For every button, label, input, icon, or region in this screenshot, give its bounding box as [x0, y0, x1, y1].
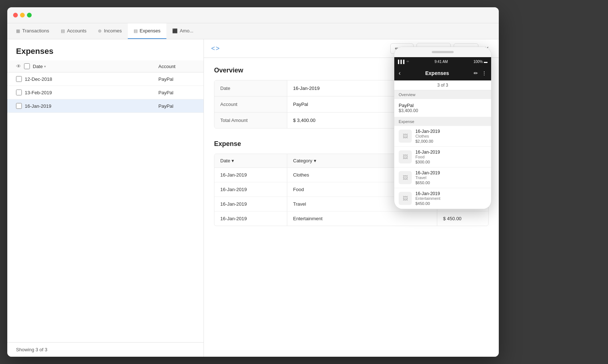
- mobile-counter: 3 of 3: [394, 80, 491, 90]
- expenses-icon: ▤: [134, 28, 138, 33]
- row-date-1: 12-Dec-2018: [25, 76, 155, 82]
- mobile-expense-info-2: 16-Jan-2019 Food $300.00: [415, 150, 487, 164]
- app-window: ▦ Transactions ▤ Accounts ⊛ Incomes ▤ Ex…: [7, 7, 499, 357]
- account-col-label: Account: [158, 64, 175, 69]
- expense-row2-date: 16-Jan-2019: [214, 182, 287, 197]
- col-account-header: Account: [158, 64, 195, 69]
- tag-icon: ⊛: [98, 28, 102, 33]
- overview-amount-label: Total Amount: [214, 112, 287, 128]
- tab-amounts-label: Amo...: [180, 28, 194, 33]
- next-icon[interactable]: >: [216, 45, 220, 52]
- mobile-status-bar: ▌▌▌ ⌔ 9:41 AM 100% ▬: [394, 57, 491, 66]
- visibility-icon[interactable]: 👁: [16, 63, 21, 69]
- mobile-edit-icon[interactable]: ✏: [474, 70, 478, 76]
- tab-expenses-label: Expenses: [140, 28, 161, 33]
- tab-accounts-label: Accounts: [67, 28, 86, 33]
- mobile-expense-cat-3: Travel: [415, 175, 487, 180]
- minimize-button[interactable]: [20, 13, 25, 17]
- prev-icon[interactable]: <: [211, 45, 215, 52]
- tab-transactions-label: Transactions: [22, 28, 49, 33]
- mobile-nav-bar: ‹ Expenses ✏ ⋮: [394, 66, 491, 80]
- mobile-expense-date-2: 16-Jan-2019: [415, 150, 487, 155]
- mobile-expense-price-3: $650.00: [415, 181, 487, 185]
- mobile-expense-date-3: 16-Jan-2019: [415, 170, 487, 175]
- sort-date-icon[interactable]: ▾: [44, 64, 46, 68]
- left-panel-header: Expenses: [7, 39, 204, 60]
- tab-incomes[interactable]: ⊛ Incomes: [92, 23, 127, 39]
- mobile-time: 9:41 AM: [434, 60, 448, 64]
- table-row[interactable]: 16-Jan-2019 PayPal: [7, 99, 204, 113]
- mobile-preview: ▌▌▌ ⌔ 9:41 AM 100% ▬ ‹ Expenses ✏ ⋮ 3 of…: [394, 47, 491, 209]
- date-col-label: Date: [33, 64, 43, 69]
- mobile-expense-thumb-2: 🖼: [399, 150, 412, 163]
- table-row[interactable]: 12-Dec-2018 PayPal: [7, 72, 204, 86]
- mobile-more-icon[interactable]: ⋮: [482, 70, 487, 76]
- mobile-notch: [432, 51, 454, 53]
- wifi-icon: ⌔: [407, 60, 409, 64]
- mobile-expense-cat-2: Food: [415, 155, 487, 159]
- close-button[interactable]: [13, 13, 18, 17]
- mobile-notch-bar: [394, 47, 491, 57]
- tab-expenses[interactable]: ▤ Expenses: [128, 23, 166, 39]
- select-all-checkbox[interactable]: [24, 63, 30, 69]
- expense-row4-date: 16-Jan-2019: [214, 211, 287, 226]
- mobile-signal: ▌▌▌ ⌔: [398, 60, 409, 64]
- expense-data-row[interactable]: 16-Jan-2019 Entertainment $ 450.00: [214, 211, 488, 226]
- row-account-2: PayPal: [158, 90, 195, 95]
- tab-transactions[interactable]: ▦ Transactions: [10, 23, 55, 39]
- mobile-expense-thumb-4: 🖼: [399, 192, 412, 205]
- mobile-back-button[interactable]: ‹: [399, 70, 400, 76]
- row-account-1: PayPal: [158, 76, 195, 82]
- battery-icon: ▬: [484, 60, 487, 64]
- tab-incomes-label: Incomes: [104, 28, 122, 33]
- overview-date-label: Date: [214, 80, 287, 96]
- mobile-expense-date-4: 16-Jan-2019: [415, 191, 487, 196]
- row-account-3: PayPal: [158, 103, 195, 109]
- mobile-expense-price-2: $300.00: [415, 160, 487, 164]
- mobile-expense-thumb-3: 🖼: [399, 171, 412, 184]
- mobile-overview-item: PayPal $3,400.00: [394, 99, 491, 117]
- mobile-expense-label: Expense: [394, 117, 491, 126]
- col-date-header: Date ▾: [33, 64, 155, 69]
- table-header: 👁 Date ▾ Account: [7, 60, 204, 72]
- page-title: Expenses: [16, 47, 195, 56]
- mobile-expense-item[interactable]: 🖼 16-Jan-2019 Clothes $2,000.00: [394, 126, 491, 147]
- title-bar: [7, 7, 499, 23]
- expense-row1-date: 16-Jan-2019: [214, 168, 287, 182]
- nav-arrows[interactable]: < >: [211, 45, 220, 52]
- mobile-account-amount: $3,400.00: [399, 108, 487, 113]
- mobile-expense-item[interactable]: 🖼 16-Jan-2019 Entertainment $450.00: [394, 188, 491, 209]
- grid-icon: ▦: [16, 28, 20, 33]
- mobile-expense-cat-4: Entertainment: [415, 196, 487, 201]
- mobile-expense-info-3: 16-Jan-2019 Travel $650.00: [415, 170, 487, 185]
- expense-col-date-header: Date ▾: [214, 154, 287, 167]
- mobile-nav-title: Expenses: [425, 70, 449, 76]
- overview-account-label: Account: [214, 96, 287, 112]
- row-checkbox-1[interactable]: [16, 76, 22, 82]
- table-icon: ▤: [61, 28, 65, 33]
- battery-label: 100%: [473, 60, 483, 64]
- signal-icon: ▌▌▌: [398, 60, 406, 64]
- mobile-expense-info-4: 16-Jan-2019 Entertainment $450.00: [415, 191, 487, 206]
- table-row[interactable]: 13-Feb-2019 PayPal: [7, 86, 204, 99]
- row-checkbox-3[interactable]: [16, 103, 22, 109]
- mobile-expense-item[interactable]: 🖼 16-Jan-2019 Food $300.00: [394, 147, 491, 167]
- expense-row3-date: 16-Jan-2019: [214, 197, 287, 211]
- left-panel: Expenses 👁 Date ▾ Account 12-Dec-2018 Pa…: [7, 39, 204, 357]
- mobile-expense-price-1: $2,000.00: [415, 139, 487, 143]
- showing-count: Showing 3 of 3: [16, 347, 47, 352]
- mobile-expense-date-1: 16-Jan-2019: [415, 129, 487, 134]
- mobile-nav-actions: ✏ ⋮: [474, 70, 487, 76]
- table-footer: Showing 3 of 3: [7, 342, 204, 357]
- mobile-expense-item[interactable]: 🖼 16-Jan-2019 Travel $650.00: [394, 167, 491, 188]
- maximize-button[interactable]: [27, 13, 32, 17]
- mobile-battery: 100% ▬: [473, 60, 487, 64]
- traffic-lights: [13, 13, 32, 17]
- tab-amounts[interactable]: ⬛ Amo...: [166, 23, 200, 39]
- sort-expense-date-icon[interactable]: ▾: [232, 158, 234, 163]
- mobile-account-name: PayPal: [399, 103, 487, 108]
- sort-expense-cat-icon[interactable]: ▾: [314, 158, 316, 163]
- expense-row4-cat: Entertainment: [287, 211, 437, 226]
- tab-accounts[interactable]: ▤ Accounts: [55, 23, 92, 39]
- row-checkbox-2[interactable]: [16, 90, 22, 95]
